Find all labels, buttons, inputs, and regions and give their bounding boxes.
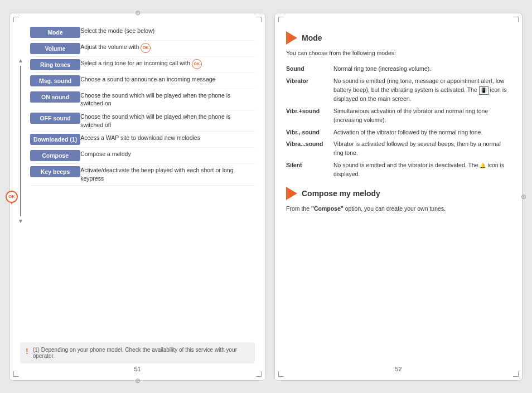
- menu-cell-label: Compose: [30, 148, 80, 164]
- triangle-icon-compose: [286, 187, 297, 200]
- def-term-vibr-comma: Vibr., sound: [286, 127, 333, 139]
- menu-desc: Access a WAP site to download new melodi…: [80, 132, 255, 148]
- menu-desc: Choose a sound to announce an incoming m…: [80, 72, 255, 89]
- compose-desc: From the "Compose" option, you can creat…: [286, 205, 511, 214]
- ok-button-left: OK: [6, 191, 18, 203]
- corner-br: [256, 371, 262, 377]
- menu-row: ON soundChoose the sound which will be p…: [30, 89, 255, 110]
- corner-br-r: [513, 371, 519, 377]
- def-row-vibrator: Vibrator No sound is emitted (ring tone,…: [286, 75, 511, 105]
- menu-desc: Compose a melody: [80, 148, 255, 164]
- menu-cell-label: Downloaded (1): [30, 132, 80, 148]
- menu-row: Msg. soundChoose a sound to announce an …: [30, 72, 255, 89]
- menu-desc: Choose the sound which will be played wh…: [80, 89, 255, 110]
- menu-label[interactable]: Compose: [30, 150, 80, 161]
- menu-row: Key beepsActivate/deactivate the beep pl…: [30, 164, 255, 185]
- def-term-sound: Sound: [286, 63, 333, 75]
- ok-button[interactable]: OK: [6, 191, 18, 203]
- triangle-icon-mode: [286, 31, 297, 45]
- menu-row: VolumeAdjust the volume with OK: [30, 40, 255, 56]
- menu-desc: Activate/deactivate the beep played with…: [80, 164, 255, 185]
- menu-row: ModeSelect the mode (see below): [30, 25, 255, 41]
- menu-cell-label: Msg. sound: [30, 72, 80, 89]
- mode-def-table: Sound Normal ring tone (increasing volum…: [286, 63, 511, 180]
- ok-inline-button[interactable]: OK: [192, 59, 202, 69]
- menu-label[interactable]: Volume: [30, 43, 80, 54]
- mode-section-title: Mode: [302, 33, 322, 42]
- menu-desc: Choose the sound which will be played wh…: [80, 110, 255, 131]
- menu-row: Ring tonesSelect a ring tone for an inco…: [30, 56, 255, 72]
- scroll-arrow-down: ▼: [18, 219, 23, 224]
- compose-bold: "Compose": [311, 205, 344, 212]
- def-row-vibr-comma-sound: Vibr., sound Activation of the vibrator …: [286, 127, 511, 139]
- def-desc-vibra-ellipsis: Vibrator is activated followed by severa…: [333, 138, 511, 159]
- def-row-sound: Sound Normal ring tone (increasing volum…: [286, 63, 511, 75]
- menu-row: OFF soundChoose the sound which will be …: [30, 110, 255, 131]
- mode-section-header: Mode: [286, 31, 511, 45]
- menu-label[interactable]: Downloaded (1): [30, 134, 80, 145]
- footnote-text: (1) Depending on your phone model. Check…: [33, 347, 249, 359]
- def-row-silent: Silent No sound is emitted and the vibra…: [286, 159, 511, 181]
- right-page-number: 52: [395, 366, 402, 372]
- menu-row: Downloaded (1)Access a WAP site to downl…: [30, 132, 255, 148]
- menu-label[interactable]: Msg. sound: [30, 75, 80, 86]
- corner-tr: [256, 17, 262, 22]
- menu-cell-label: OFF sound: [30, 110, 80, 131]
- right-page: ⊕ Mode You can choose from the following…: [274, 13, 523, 381]
- scroll-arrow-up: ▲: [18, 58, 23, 64]
- corner-bl: [13, 371, 19, 377]
- corner-tl: [13, 17, 19, 22]
- page-container: ⊕ ⊕ ▲ ▼ OK ModeSelect the mode (see belo…: [9, 13, 523, 381]
- menu-desc: Adjust the volume with OK: [80, 40, 255, 56]
- menu-table: ModeSelect the mode (see below)VolumeAdj…: [30, 25, 255, 186]
- crosshair-bottom: ⊕: [135, 377, 141, 385]
- crosshair-top: ⊕: [135, 9, 141, 17]
- ok-inline-button[interactable]: OK: [141, 43, 151, 53]
- left-page: ⊕ ⊕ ▲ ▼ OK ModeSelect the mode (see belo…: [9, 13, 265, 381]
- def-term-silent: Silent: [286, 159, 333, 181]
- vibr-icon: 📳: [479, 86, 489, 95]
- menu-cell-label: Volume: [30, 40, 80, 56]
- bell-icon: 🔔: [480, 162, 486, 170]
- menu-label[interactable]: Key beeps: [30, 166, 80, 177]
- def-desc-vibrator: No sound is emitted (ring tone, message …: [333, 75, 511, 105]
- menu-label[interactable]: Mode: [30, 27, 80, 38]
- menu-cell-label: Key beeps: [30, 164, 80, 185]
- def-term-vibra-ellipsis: Vibra...sound: [286, 138, 333, 159]
- left-page-number: 51: [134, 366, 141, 372]
- corner-bl-r: [278, 371, 284, 377]
- corner-tl-r: [278, 17, 284, 22]
- def-desc-vibr-sound: Simultaneous activation of the vibrator …: [333, 105, 511, 127]
- def-term-vibr-sound: Vibr.+sound: [286, 105, 333, 127]
- scroll-bar: ▲ ▼: [18, 58, 23, 224]
- def-row-vibr-sound: Vibr.+sound Simultaneous activation of t…: [286, 105, 511, 127]
- menu-label[interactable]: OFF sound: [30, 113, 80, 124]
- menu-cell-label: Ring tones: [30, 56, 80, 72]
- menu-desc: Select the mode (see below): [80, 25, 255, 41]
- compose-section-title: Compose my melody: [302, 189, 380, 198]
- crosshair-right: ⊕: [521, 193, 526, 201]
- compose-section-header: Compose my melody: [286, 187, 511, 200]
- menu-cell-label: Mode: [30, 25, 80, 41]
- menu-label[interactable]: Ring tones: [30, 59, 80, 70]
- def-desc-silent: No sound is emitted and the vibrator is …: [333, 159, 511, 181]
- def-row-vibra-ellipsis: Vibra...sound Vibrator is activated foll…: [286, 138, 511, 159]
- menu-row: ComposeCompose a melody: [30, 148, 255, 164]
- menu-cell-label: ON sound: [30, 89, 80, 110]
- corner-tr-r: [513, 17, 519, 22]
- def-desc-vibr-comma: Activation of the vibrator followed by t…: [333, 127, 511, 139]
- footnote: ! (1) Depending on your phone model. Che…: [20, 342, 255, 363]
- def-term-vibrator: Vibrator: [286, 75, 333, 105]
- footnote-icon: !: [26, 347, 28, 359]
- mode-section-intro: You can choose from the following modes:: [286, 49, 511, 58]
- menu-desc: Select a ring tone for an incoming call …: [80, 56, 255, 72]
- menu-label[interactable]: ON sound: [30, 91, 80, 103]
- def-desc-sound: Normal ring tone (increasing volume).: [333, 63, 511, 75]
- scroll-bar-line: [20, 66, 21, 216]
